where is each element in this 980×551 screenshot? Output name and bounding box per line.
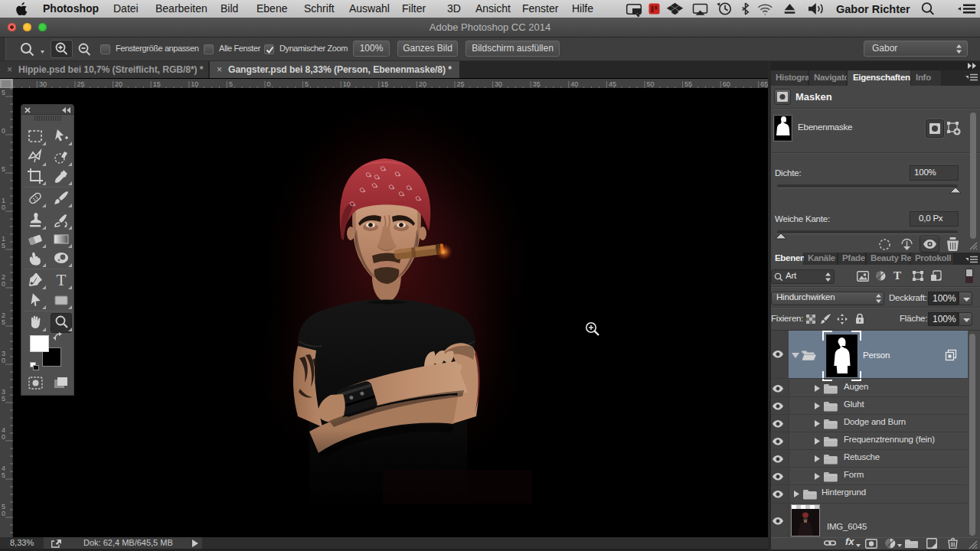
svg-text:0: 0	[2, 127, 5, 135]
svg-text:20: 20	[419, 80, 426, 88]
svg-text:15: 15	[153, 80, 161, 88]
svg-text:5: 5	[2, 395, 5, 403]
svg-text:5: 5	[2, 165, 5, 173]
svg-text:0: 0	[2, 510, 5, 517]
svg-text:60: 60	[723, 80, 730, 88]
svg-text:5: 5	[229, 80, 233, 88]
svg-text:25: 25	[457, 80, 465, 88]
svg-text:55: 55	[684, 80, 692, 88]
svg-text:Gabor Richter: Gabor Richter	[836, 3, 910, 15]
svg-text:5: 5	[2, 471, 5, 479]
svg-text:0: 0	[2, 357, 5, 364]
svg-text:5: 5	[2, 89, 5, 96]
svg-text:20: 20	[115, 80, 122, 88]
svg-text:50: 50	[647, 80, 655, 88]
svg-text:65: 65	[760, 80, 768, 88]
svg-text:5: 5	[2, 318, 5, 326]
svg-text:45: 45	[609, 80, 616, 88]
svg-text:0: 0	[2, 280, 5, 288]
svg-text:0: 0	[2, 204, 5, 211]
svg-text:T: T	[57, 272, 67, 289]
svg-text:40: 40	[570, 80, 578, 88]
svg-text:35: 35	[533, 80, 541, 88]
svg-text:0: 0	[267, 80, 271, 88]
svg-text:30: 30	[39, 80, 47, 88]
svg-text:0: 0	[2, 433, 5, 441]
svg-text:30: 30	[495, 80, 502, 88]
svg-text:25: 25	[77, 80, 85, 88]
svg-text:10: 10	[191, 80, 198, 88]
svg-text:5: 5	[2, 242, 5, 249]
svg-text:15: 15	[381, 80, 388, 88]
svg-text:5: 5	[305, 80, 309, 88]
svg-text:10: 10	[343, 80, 351, 88]
